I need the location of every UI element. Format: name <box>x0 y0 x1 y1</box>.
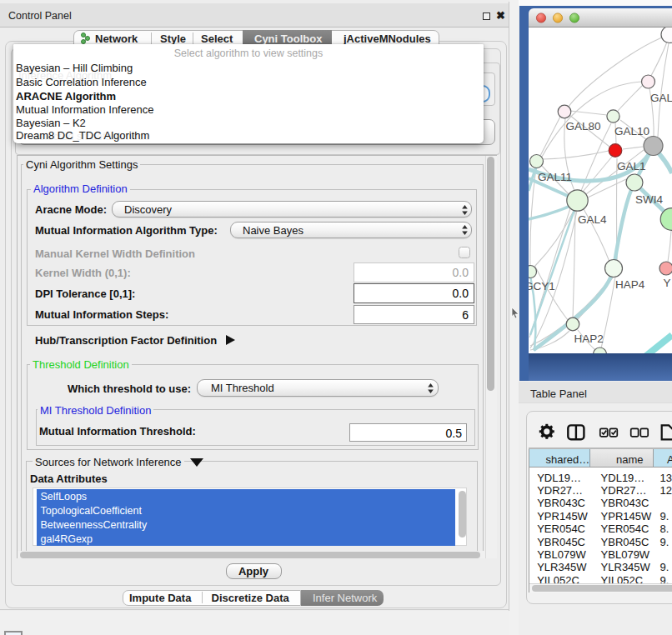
svg-text:HAP4: HAP4 <box>615 278 645 291</box>
svg-text:GAL10: GAL10 <box>614 125 649 138</box>
svg-text:Y: Y <box>664 277 671 289</box>
svg-text:GCY1: GCY1 <box>529 280 555 292</box>
svg-text:HAP2: HAP2 <box>574 332 604 345</box>
svg-text:GAL1: GAL1 <box>617 160 646 172</box>
svg-text:GAL2: GAL2 <box>650 92 672 104</box>
svg-text:GAL11: GAL11 <box>538 171 572 183</box>
svg-text:GAL80: GAL80 <box>566 120 601 132</box>
svg-text:GAL4: GAL4 <box>578 213 607 226</box>
svg-text:SWI4: SWI4 <box>635 193 663 206</box>
